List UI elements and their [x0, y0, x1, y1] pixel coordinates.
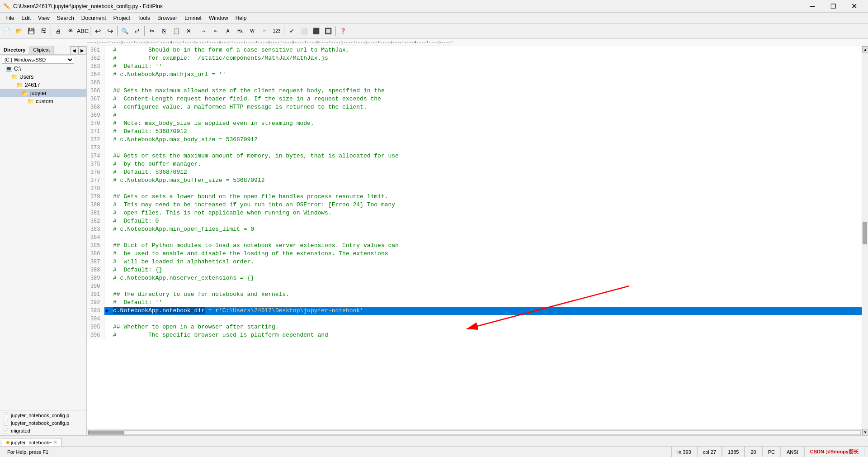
- menu-tools[interactable]: Tools: [134, 13, 154, 24]
- word-button[interactable]: W: [246, 25, 258, 37]
- table-row: 385## Dict of Python modules to load as …: [87, 242, 862, 250]
- line-number: 389: [87, 274, 104, 282]
- tree-item-custom[interactable]: 📁 custom: [0, 97, 86, 105]
- drive-dropdown[interactable]: [C:] Windows-SSD: [2, 56, 74, 64]
- line-marker: ▶: [104, 307, 110, 315]
- num-button[interactable]: 123: [271, 25, 283, 37]
- menu-file[interactable]: File: [2, 13, 18, 24]
- close-button[interactable]: ✕: [844, 0, 864, 13]
- line-marker: [104, 79, 110, 87]
- scroll-down-button[interactable]: ▼: [862, 429, 868, 435]
- browser3-button[interactable]: 🔲: [322, 25, 334, 37]
- lines-button[interactable]: ≡: [259, 25, 270, 37]
- line-content: # Default: 536870912: [110, 128, 862, 136]
- line-marker: [104, 217, 110, 225]
- scroll-up-button[interactable]: ▲: [862, 46, 868, 52]
- browser1-button[interactable]: ⬜: [298, 25, 310, 37]
- sidebar-nav-right[interactable]: ▶: [78, 46, 86, 54]
- table-row: 362# for example: /static/components/Mat…: [87, 54, 862, 62]
- line-marker: [104, 290, 110, 299]
- tree-item-24617[interactable]: 📁 24617: [0, 81, 86, 89]
- tab-cliptext[interactable]: Cliptext: [29, 46, 54, 54]
- file-item-2[interactable]: 📄 jupyter_notebook_config.p: [1, 419, 85, 427]
- line-content: # for example: /static/components/MathJa…: [110, 54, 862, 62]
- menu-window[interactable]: Window: [205, 13, 232, 24]
- file-icon: 📄: [3, 428, 9, 433]
- paste-button[interactable]: 📋: [170, 25, 182, 37]
- line-marker: [104, 71, 110, 79]
- menu-view[interactable]: View: [34, 13, 53, 24]
- save-all-button[interactable]: 🖫: [38, 25, 49, 37]
- file-item-1[interactable]: 📄 jupyter_notebook_config.p: [1, 411, 85, 419]
- toolbar-sep7: [335, 26, 336, 36]
- hash-button[interactable]: Hx: [234, 25, 246, 37]
- save-button[interactable]: 💾: [25, 25, 37, 37]
- restore-button[interactable]: ❐: [823, 0, 844, 13]
- title-text: C:\Users\24617\.jupyter\jupyter_notebook…: [13, 3, 802, 10]
- line-number: 366: [87, 87, 104, 95]
- toolbar-sep2: [90, 26, 90, 36]
- print-button[interactable]: 🖨: [52, 25, 64, 37]
- browser2-button[interactable]: ⬛: [310, 25, 322, 37]
- redo-button[interactable]: ↪: [104, 25, 116, 37]
- line-content: # Default: '': [110, 62, 862, 71]
- line-content: # Default: '': [110, 299, 862, 307]
- undo-button[interactable]: ↩: [92, 25, 104, 37]
- menu-search[interactable]: Search: [53, 13, 78, 24]
- cut-button[interactable]: ✂: [146, 25, 158, 37]
- line-content: # c.NotebookApp.max_body_size = 53687091…: [110, 136, 862, 144]
- line-content: # Default: {}: [110, 266, 862, 274]
- code-area[interactable]: 361# Should be in the form of a case-sen…: [87, 46, 862, 429]
- new-button[interactable]: 📄: [1, 25, 13, 37]
- sidebar-tabs: Directory Cliptext ◀ ▶: [0, 46, 86, 55]
- line-marker: [104, 250, 110, 258]
- spell-button[interactable]: ABC: [77, 25, 89, 37]
- h-scrollbar[interactable]: [87, 429, 862, 435]
- line-content: #: [110, 111, 862, 119]
- print-preview-button[interactable]: 👁: [65, 25, 76, 37]
- open-button[interactable]: 📂: [13, 25, 25, 37]
- menu-document[interactable]: Document: [78, 13, 110, 24]
- line-number: 369: [87, 111, 104, 119]
- line-content: ## The directory to use for notebooks an…: [110, 290, 862, 299]
- replace-button[interactable]: ⇄: [131, 25, 143, 37]
- folder-open-icon: 📂: [22, 90, 28, 96]
- line-content: ## Dict of Python modules to load as not…: [110, 242, 862, 250]
- ruler: ----1----+----2----+----3----+----4----+…: [0, 39, 868, 46]
- minimize-button[interactable]: ─: [802, 0, 823, 13]
- toolbar: 📄 📂 💾 🖫 🖨 👁 ABC ↩ ↪ 🔍 ⇄ ✂ ⎘ 📋 ✕ ⇥ ⇤ A Hx…: [0, 24, 868, 39]
- drive-selector: [C:] Windows-SSD: [0, 55, 86, 65]
- tree-item-users[interactable]: 📁 Users: [0, 73, 86, 81]
- copy-button[interactable]: ⎘: [158, 25, 170, 37]
- align-button[interactable]: A: [222, 25, 234, 37]
- menu-browser[interactable]: Browser: [154, 13, 181, 24]
- ruler-content: ----1----+----2----+----3----+----4----+…: [87, 40, 453, 45]
- line-marker: [104, 95, 110, 103]
- find-button[interactable]: 🔍: [119, 25, 131, 37]
- status-num2: 20: [745, 447, 762, 457]
- outdent-button[interactable]: ⇤: [210, 25, 222, 37]
- tree-item-jupyter[interactable]: 📂 jupyter: [0, 89, 86, 97]
- line-content: # c.NotebookApp.mathjax_url = '': [110, 71, 862, 79]
- table-row: 392# Default: '': [87, 299, 862, 307]
- table-row: 371# Default: 536870912: [87, 128, 862, 136]
- tree-item-c[interactable]: 💻 C:\: [0, 65, 86, 73]
- bottom-tab-file[interactable]: ◆ jupyter_notebook~ ✕: [2, 438, 61, 446]
- right-scrollbar[interactable]: ▲ ▼: [862, 46, 868, 435]
- menu-emmet[interactable]: Emmet: [181, 13, 205, 24]
- menu-project[interactable]: Project: [110, 13, 134, 24]
- file-tab-close[interactable]: ✕: [53, 439, 57, 445]
- sidebar-nav-left[interactable]: ◀: [70, 46, 78, 54]
- indent-button[interactable]: ⇥: [198, 25, 209, 37]
- tab-directory[interactable]: Directory: [0, 46, 29, 54]
- delete-button[interactable]: ✕: [183, 25, 194, 37]
- status-help: For Help, press F1: [4, 447, 671, 457]
- file-item-3[interactable]: 📄 migrated: [1, 427, 85, 434]
- help-tb-button[interactable]: ❓: [337, 25, 349, 37]
- menubar: File Edit View Search Document Project T…: [0, 13, 868, 24]
- menu-edit[interactable]: Edit: [18, 13, 34, 24]
- check-button[interactable]: ✔: [286, 25, 297, 37]
- table-row: 381# open files. This is not applicable …: [87, 209, 862, 217]
- menu-help[interactable]: Help: [232, 13, 250, 24]
- line-marker: [104, 266, 110, 274]
